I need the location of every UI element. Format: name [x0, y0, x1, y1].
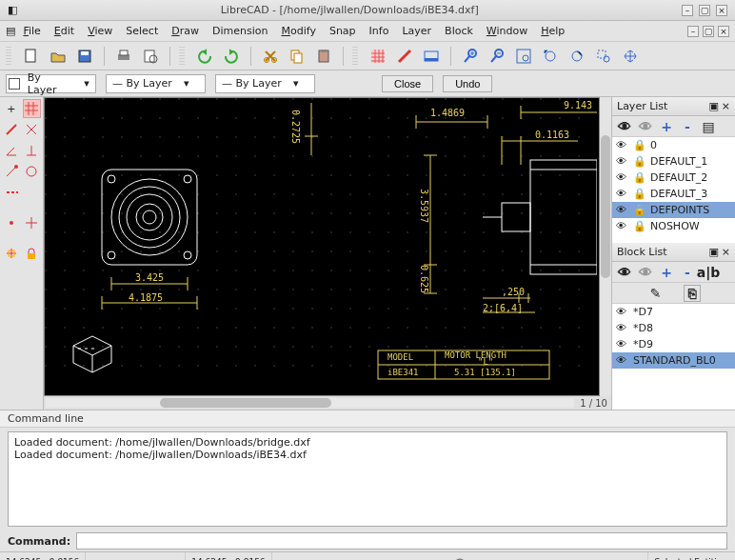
show-all-blocks-icon[interactable]: 👁: [616, 264, 633, 281]
undo-icon[interactable]: [194, 46, 215, 67]
perp-tool-icon[interactable]: [23, 141, 42, 160]
menu-block[interactable]: Block: [439, 23, 479, 39]
redo-icon[interactable]: [221, 46, 242, 67]
drawing-canvas[interactable]: MODEL MOTOR LENGTH "L" iBE341 5.31 [135.…: [44, 97, 600, 396]
open-file-icon[interactable]: [48, 46, 69, 67]
eye-icon[interactable]: 👁: [616, 354, 629, 367]
add-block-button[interactable]: +: [658, 264, 675, 281]
layer-width-combo[interactable]: — By Layer ▾: [106, 74, 206, 93]
save-file-icon[interactable]: [74, 46, 95, 67]
eye-icon[interactable]: 👁: [616, 171, 629, 184]
layer-linetype-combo[interactable]: — By Layer ▾: [215, 74, 315, 93]
undock-icon[interactable]: ▣: [708, 100, 718, 112]
grid-icon[interactable]: [368, 46, 388, 67]
layer-row[interactable]: 👁🔒DEFAULT_1: [612, 153, 735, 170]
show-all-icon[interactable]: 👁: [616, 118, 633, 135]
cut-icon[interactable]: [260, 46, 281, 67]
lock-icon[interactable]: 🔒: [633, 171, 646, 184]
eye-icon[interactable]: 👁: [616, 338, 629, 350]
hide-all-blocks-icon[interactable]: 👁: [637, 264, 654, 281]
paste-icon[interactable]: [313, 46, 334, 67]
zoom-redraw-icon[interactable]: [566, 46, 587, 67]
zoom-previous-icon[interactable]: [540, 46, 561, 67]
zoom-window-icon[interactable]: [593, 46, 614, 67]
edit-block-icon[interactable]: ✎: [647, 285, 665, 302]
layer-row[interactable]: 👁🔒0: [612, 137, 735, 153]
toolbar-grip-2[interactable]: [179, 47, 185, 66]
dash-tool-icon[interactable]: [2, 183, 21, 202]
restrict-none-icon[interactable]: [2, 213, 21, 232]
remove-block-button[interactable]: -: [679, 264, 696, 281]
close-window-button[interactable]: ×: [716, 5, 727, 16]
menu-draw[interactable]: Draw: [166, 23, 205, 39]
menu-file[interactable]: File: [17, 23, 46, 39]
statusbar-toggle-icon[interactable]: [421, 46, 442, 67]
block-list[interactable]: 👁*D7👁*D8👁*D9👁STANDARD_BL0: [612, 304, 735, 410]
angle-tool-icon[interactable]: [2, 141, 21, 160]
menu-info[interactable]: Info: [364, 23, 395, 39]
menu-modify[interactable]: Modify: [275, 23, 321, 39]
zoom-in-icon[interactable]: [460, 46, 481, 67]
layer-color-combo[interactable]: By Layer ▾: [6, 74, 96, 93]
menu-view[interactable]: View: [82, 23, 118, 39]
horizontal-scrollbar[interactable]: 1 / 10: [44, 396, 611, 410]
auto-zoom-icon[interactable]: [513, 46, 534, 67]
command-input[interactable]: [76, 532, 727, 550]
add-layer-button[interactable]: +: [658, 118, 675, 135]
block-row[interactable]: 👁*D9: [612, 336, 735, 352]
layer-row[interactable]: 👁🔒DEFPOINTS: [612, 202, 735, 218]
eye-icon[interactable]: 👁: [616, 155, 629, 168]
minimize-button[interactable]: –: [682, 5, 693, 16]
mdi-close-button[interactable]: ×: [718, 26, 729, 37]
layer-row[interactable]: 👁🔒DEFAULT_2: [612, 170, 735, 186]
lock-icon[interactable]: 🔒: [633, 220, 646, 232]
eye-icon[interactable]: 👁: [616, 188, 629, 200]
remove-layer-button[interactable]: -: [679, 118, 696, 135]
menu-window[interactable]: Window: [481, 23, 533, 39]
menu-edit[interactable]: Edit: [49, 23, 80, 39]
print-icon[interactable]: [113, 46, 134, 67]
mdi-minimize-button[interactable]: –: [687, 26, 699, 37]
lock-icon[interactable]: 🔒: [633, 155, 646, 168]
menu-layer[interactable]: Layer: [396, 23, 437, 39]
eye-icon[interactable]: 👁: [616, 322, 629, 334]
block-row[interactable]: 👁STANDARD_BL0: [612, 352, 735, 369]
lock-icon[interactable]: 🔒: [633, 188, 646, 200]
block-row[interactable]: 👁*D8: [612, 320, 735, 336]
rename-block-icon[interactable]: a|b: [700, 264, 717, 281]
undo-button[interactable]: Undo: [443, 75, 492, 92]
lines-cross-icon[interactable]: [23, 120, 42, 139]
insert-block-icon[interactable]: ⎘: [684, 285, 701, 302]
menu-dimension[interactable]: Dimension: [207, 23, 273, 39]
undock-icon[interactable]: ▣: [708, 246, 718, 258]
grid-tool-icon[interactable]: [23, 99, 42, 118]
relative-zero-icon[interactable]: [2, 244, 21, 263]
close-panel-icon[interactable]: ×: [722, 100, 730, 112]
lock-icon[interactable]: 🔒: [633, 139, 646, 151]
layer-list[interactable]: 👁🔒0👁🔒DEFAULT_1👁🔒DEFAULT_2👁🔒DEFAULT_3👁🔒DE…: [612, 137, 735, 243]
menu-snap[interactable]: Snap: [324, 23, 362, 39]
maximize-button[interactable]: ▢: [699, 5, 710, 16]
edit-layer-icon[interactable]: ▤: [700, 118, 717, 135]
draft-icon[interactable]: [394, 46, 415, 67]
block-row[interactable]: 👁*D7: [612, 304, 735, 320]
close-panel-icon[interactable]: ×: [722, 246, 730, 258]
zoom-pan-icon[interactable]: [620, 46, 641, 67]
point-tool-icon[interactable]: +: [2, 99, 21, 118]
zoom-out-icon[interactable]: [487, 46, 507, 67]
layer-row[interactable]: 👁🔒DEFAULT_3: [612, 186, 735, 202]
eye-icon[interactable]: 👁: [616, 139, 629, 151]
lock-zero-icon[interactable]: [23, 244, 42, 263]
layer-row[interactable]: 👁🔒NOSHOW: [612, 218, 735, 234]
toolbar-grip[interactable]: [6, 47, 11, 66]
circle-snap-icon[interactable]: [23, 162, 42, 181]
lock-icon[interactable]: 🔒: [633, 204, 646, 216]
restrict-ortho-icon[interactable]: [23, 213, 42, 232]
eye-icon[interactable]: 👁: [616, 204, 629, 216]
eye-icon[interactable]: 👁: [616, 220, 629, 232]
line-tool-icon[interactable]: [2, 120, 21, 139]
menu-help[interactable]: Help: [535, 23, 570, 39]
copy-icon[interactable]: [287, 46, 308, 67]
new-file-icon[interactable]: [21, 46, 42, 67]
vertical-scrollbar[interactable]: [600, 97, 611, 396]
